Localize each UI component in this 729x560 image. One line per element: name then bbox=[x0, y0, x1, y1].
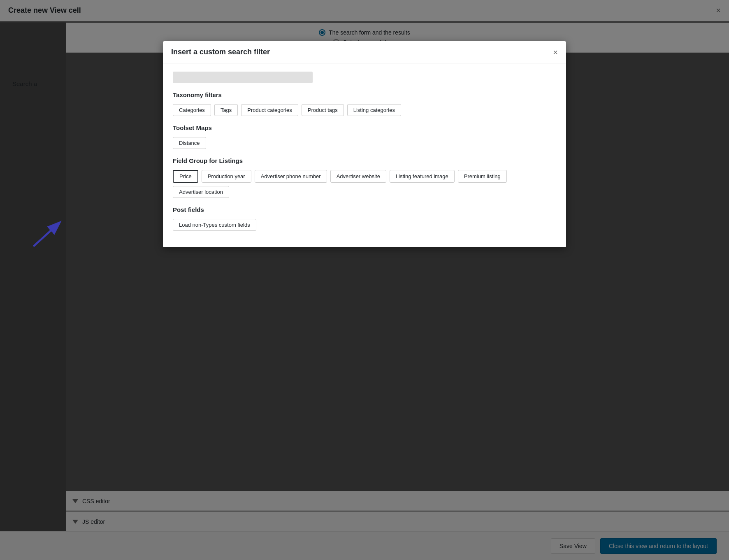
field-group-section-header: Field Group for Listings bbox=[173, 157, 556, 164]
taxonomy-filter-tags: Categories Tags Product categories Produ… bbox=[173, 104, 556, 116]
tag-advertiser-website[interactable]: Advertiser website bbox=[330, 170, 386, 183]
taxonomy-section-header: Taxonomy filters bbox=[173, 91, 556, 98]
modal-title: Insert a custom search filter bbox=[171, 48, 270, 56]
modal-dialog: Insert a custom search filter × Taxonomy… bbox=[163, 41, 566, 247]
maps-filter-tags: Distance bbox=[173, 137, 556, 149]
tag-product-categories[interactable]: Product categories bbox=[241, 104, 298, 116]
truncated-bar bbox=[173, 72, 313, 83]
tag-production-year[interactable]: Production year bbox=[202, 170, 251, 183]
tag-listing-categories[interactable]: Listing categories bbox=[347, 104, 401, 116]
tag-premium-listing[interactable]: Premium listing bbox=[458, 170, 507, 183]
modal-header: Insert a custom search filter × bbox=[163, 41, 566, 63]
post-fields-filter-tags: Load non-Types custom fields bbox=[173, 219, 556, 231]
tag-price[interactable]: Price bbox=[173, 170, 198, 183]
tag-advertiser-phone[interactable]: Advertiser phone number bbox=[255, 170, 327, 183]
tag-advertiser-location[interactable]: Advertiser location bbox=[173, 186, 229, 198]
field-group-filter-tags: Price Production year Advertiser phone n… bbox=[173, 170, 556, 198]
maps-section-header: Toolset Maps bbox=[173, 124, 556, 131]
post-fields-section-header: Post fields bbox=[173, 206, 556, 213]
tag-load-custom-fields[interactable]: Load non-Types custom fields bbox=[173, 219, 256, 231]
tag-listing-featured-image[interactable]: Listing featured image bbox=[390, 170, 455, 183]
modal-close-button[interactable]: × bbox=[553, 48, 558, 56]
tag-categories[interactable]: Categories bbox=[173, 104, 211, 116]
tag-product-tags[interactable]: Product tags bbox=[302, 104, 344, 116]
modal-body: Taxonomy filters Categories Tags Product… bbox=[163, 63, 566, 247]
tag-tags[interactable]: Tags bbox=[214, 104, 238, 116]
tag-distance[interactable]: Distance bbox=[173, 137, 206, 149]
